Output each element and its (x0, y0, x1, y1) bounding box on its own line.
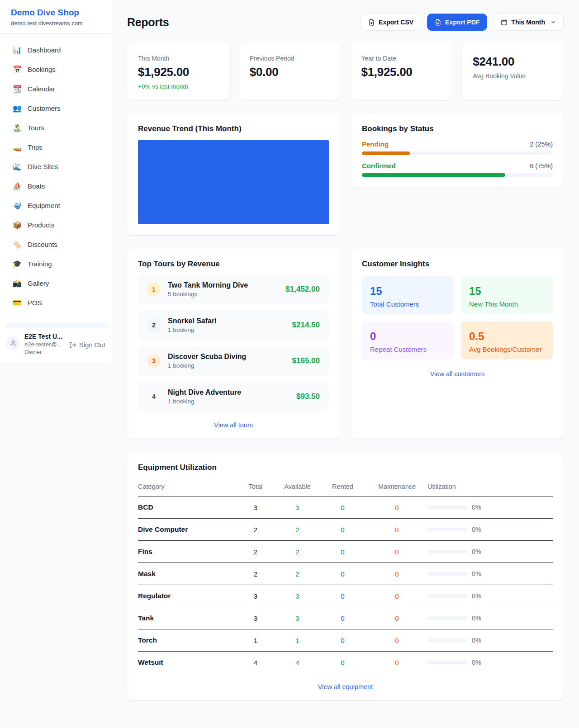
tile-value: 0.5 (469, 330, 545, 343)
tile-value: 0 (370, 330, 446, 343)
stat-card-previous-period: Previous Period $0.00 (239, 43, 341, 100)
utilization-bar (427, 616, 467, 620)
export-csv-button[interactable]: Export CSV (361, 14, 421, 31)
tour-name: Night Dive Adventure (168, 388, 241, 397)
sidebar-item-gallery[interactable]: 📸 Gallery (5, 274, 106, 293)
equipment-available: 3 (276, 592, 319, 600)
table-row: Torch 1 1 0 0 0% (138, 629, 553, 652)
tile-total-customers: 15 Total Customers (362, 276, 454, 314)
table-row: Tank 3 3 0 0 0% (138, 607, 553, 629)
tile-label: New This Month (469, 300, 545, 308)
sidebar-item-boats[interactable]: ⛵ Boats (5, 176, 106, 196)
sidebar-item-label: POS (28, 299, 42, 307)
avatar (6, 336, 20, 350)
sidebar-item-label: Gallery (28, 279, 49, 287)
table-row: Dive Computer 2 2 0 0 0% (138, 519, 553, 541)
sign-out-button[interactable]: Sign Out (69, 341, 105, 349)
equipment-maintenance: 0 (366, 659, 427, 667)
sidebar-item-label: Trips (28, 143, 43, 151)
equipment-rented: 0 (319, 592, 366, 600)
sidebar-item-bookings[interactable]: 📅 Bookings (5, 60, 106, 79)
calendar-icon: 📆 (13, 85, 22, 93)
sidebar-item-label: Products (28, 221, 54, 229)
stat-delta: +0% vs last month (138, 83, 218, 90)
sign-out-label: Sign Out (79, 341, 105, 349)
status-value: 6 (75%) (530, 162, 553, 170)
export-pdf-button[interactable]: Export PDF (427, 14, 487, 31)
tile-avg-bookings-customer: 0.5 Avg Bookings/Customer (461, 321, 553, 359)
sidebar-item-pos[interactable]: 💳 POS (5, 293, 106, 312)
equipment-utilization-title: Equipment Utilization (138, 463, 553, 472)
equipment-maintenance: 0 (366, 615, 427, 622)
stat-value: $0.00 (250, 65, 330, 79)
equipment-maintenance: 0 (366, 592, 427, 600)
equipment-rented: 0 (319, 526, 366, 534)
status-row-confirmed: Confirmed 6 (75%) (362, 162, 553, 177)
equipment-total: 4 (235, 659, 276, 667)
trips-icon: 🚤 (13, 143, 22, 151)
sidebar-item-label: Equipment (28, 202, 60, 209)
user-email: e2e-tester@... (24, 341, 65, 348)
utilization-bar (427, 594, 467, 598)
sidebar-item-reports-active-partial[interactable] (5, 322, 106, 327)
view-all-tours-link[interactable]: View all tours (127, 421, 340, 429)
tour-bookings: 5 bookings (168, 291, 248, 298)
utilization-percent: 0% (472, 592, 481, 600)
sidebar-item-products[interactable]: 📦 Products (5, 215, 106, 235)
equipment-utilization-card: Equipment Utilization Category Total Ava… (127, 452, 564, 700)
charts-row: Revenue Trend (This Month) Bookings by S… (127, 113, 564, 235)
col-rented: Rented (319, 483, 366, 490)
dashboard-icon: 📊 (13, 46, 22, 54)
insight-tiles: 15 Total Customers 15 New This Month 0 R… (362, 276, 553, 359)
sidebar-item-label: Bookings (28, 66, 56, 73)
status-row-pending: Pending 2 (25%) (362, 140, 553, 155)
header-actions: Export CSV Export PDF This Month (361, 14, 564, 31)
equipment-maintenance: 0 (366, 548, 427, 556)
tour-bookings: 1 booking (168, 362, 246, 369)
sidebar-item-customers[interactable]: 👥 Customers (5, 99, 106, 118)
utilization-bar (427, 550, 467, 553)
view-all-customers-link[interactable]: View all customers (362, 370, 553, 378)
export-csv-label: Export CSV (379, 19, 413, 26)
rank-badge: 1 (147, 283, 161, 296)
sidebar-item-equipment[interactable]: 🤿 Equipment (5, 196, 106, 215)
sidebar-item-dashboard[interactable]: 📊 Dashboard (5, 40, 106, 60)
table-row: Wetsuit 4 4 0 0 0% (138, 652, 553, 673)
utilization-percent: 0% (472, 659, 481, 666)
sidebar-item-discounts[interactable]: 🏷️ Discounts (5, 235, 106, 254)
sidebar-item-tours[interactable]: 🏝️ Tours (5, 118, 106, 137)
equipment-available: 3 (276, 615, 319, 622)
col-category: Category (138, 483, 235, 490)
view-all-equipment-link[interactable]: View all equipment (138, 683, 553, 690)
file-download-icon (435, 19, 441, 26)
sidebar-item-calendar[interactable]: 📆 Calendar (5, 79, 106, 99)
customers-icon: 👥 (13, 104, 22, 113)
calendar-icon (501, 19, 508, 26)
page-title: Reports (127, 16, 169, 29)
equipment-rented: 0 (319, 548, 366, 556)
equipment-category: Mask (138, 570, 235, 578)
sidebar-item-dive-sites[interactable]: 🌊 Dive Sites (5, 157, 106, 176)
utilization-percent: 0% (472, 526, 481, 533)
tour-row: 1 Two Tank Morning Dive 5 bookings $1,45… (138, 274, 329, 304)
stat-label: This Month (138, 55, 218, 62)
progress-fill (362, 173, 505, 177)
tour-name: Two Tank Morning Dive (168, 281, 248, 289)
shop-name: Demo Dive Shop (11, 8, 101, 18)
status-label: Pending (362, 140, 389, 148)
equipment-total: 2 (235, 570, 276, 578)
status-label: Confirmed (362, 162, 396, 170)
utilization-bar (427, 661, 467, 664)
stat-card-year-to-date: Year to Date $1,925.00 (351, 43, 452, 100)
sidebar-item-training[interactable]: 🎓 Training (5, 254, 106, 274)
sidebar-user-section: E2E Test U... e2e-tester@... Owner Sign … (0, 327, 112, 362)
sidebar-item-trips[interactable]: 🚤 Trips (5, 137, 106, 157)
equipment-maintenance: 0 (366, 637, 427, 644)
tour-revenue: $1,452.00 (285, 285, 320, 294)
sidebar-item-label: Calendar (28, 85, 55, 93)
pos-icon: 💳 (13, 298, 22, 307)
equipment-category: Dive Computer (138, 525, 235, 534)
dive-sites-icon: 🌊 (13, 162, 22, 171)
tour-bookings: 1 booking (168, 398, 241, 405)
period-dropdown[interactable]: This Month (493, 14, 564, 31)
